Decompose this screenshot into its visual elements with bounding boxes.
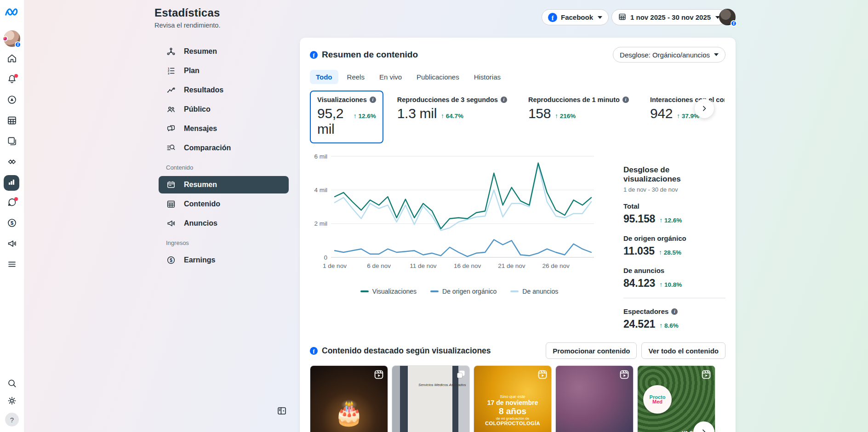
breakdown-value-row: 84.123↑ 10.8% (623, 277, 725, 290)
content-copy-rail-button[interactable] (4, 134, 20, 150)
breakdown-value-row: 11.035↑ 28.5% (623, 245, 725, 257)
metric-card-4[interactable]: Interacciones con el contenidoi942↑ 37.9… (643, 91, 725, 143)
content-type-tabs: TodoReelsEn vivoPublicacionesHistorias (310, 70, 725, 84)
boost-rail-button[interactable] (4, 92, 20, 109)
date-range-label: 1 nov 2025 - 30 nov 2025 (630, 13, 711, 21)
sidebar-item-resumen[interactable]: Resumen (159, 42, 289, 61)
svg-text:0: 0 (324, 254, 327, 261)
promote-content-button[interactable]: Promocionar contenido (546, 342, 637, 359)
monetization-rail-button[interactable]: $ (4, 216, 20, 232)
info-icon[interactable]: i (501, 97, 507, 103)
search-rail-button[interactable] (4, 376, 20, 392)
info-icon[interactable]: i (671, 308, 678, 315)
page-title: Estadísticas (154, 6, 220, 19)
sidebar-item-label: Contenido (184, 200, 220, 208)
content-thumbnail: Sino que este17 de noviembre8 añosde mi … (474, 366, 551, 432)
sidebar-item-label: Mensajes (184, 125, 217, 133)
breakdown-value: 24.521 (623, 318, 655, 330)
metric-card-2[interactable]: Reproducciones de 3 segundosi1.3 mil↑ 64… (390, 91, 514, 143)
info-icon[interactable]: i (370, 97, 376, 103)
metric-cards: Visualizacionesi95,2 mil↑ 12.6%Reproducc… (310, 91, 725, 143)
tab-todo[interactable]: Todo (310, 70, 338, 84)
content-card-2[interactable]: Servicios Médicos AsociadosMe siento muy… (392, 365, 470, 432)
metric-label: Reproducciones de 1 minuto (528, 96, 620, 103)
sidebar-item-anuncios[interactable]: Anuncios (159, 214, 289, 233)
partnerships-rail-button[interactable] (4, 154, 20, 171)
breakdown-dropdown[interactable]: Desglose: Orgánico/anuncios (613, 47, 725, 63)
content-card-3[interactable]: Sino que este17 de noviembre8 añosde mi … (474, 365, 552, 432)
info-icon[interactable]: i (622, 97, 629, 103)
breakdown-dropdown-label: Desglose: Orgánico/anuncios (620, 51, 710, 59)
metric-card-3[interactable]: Reproducciones de 1 minutoi158↑ 216% (521, 91, 636, 143)
inbox-rail-button[interactable] (4, 195, 20, 211)
business-avatar[interactable]: f (4, 30, 20, 47)
user-avatar[interactable]: f (719, 9, 736, 25)
planner-rail-button[interactable] (4, 113, 20, 130)
sidebar-item-label: Plan (184, 67, 200, 75)
breakdown-label: De origen orgánico (623, 234, 686, 242)
legend-item-3: De anuncios (510, 288, 558, 295)
date-range-selector[interactable]: 1 nov 2025 - 30 nov 2025 (611, 9, 726, 25)
view-all-content-button[interactable]: Ver todo el contenido (641, 342, 725, 359)
breakdown-delta: ↑ 10.8% (659, 281, 682, 288)
breakdown-row-espectadores: Espectadoresi24.521↑ 8.6% (623, 307, 725, 330)
up-arrow-icon: ↑ (441, 112, 444, 119)
facebook-icon: f (548, 13, 557, 22)
earnings-icon: $ (166, 255, 176, 265)
sidebar-item-mensajes[interactable]: Mensajes (159, 119, 289, 138)
sidebar-item-resumen[interactable]: Resumen (159, 176, 289, 193)
breakdown-label: Total (623, 202, 640, 210)
ads-megaphone-icon (166, 218, 176, 228)
instagram-badge-icon (2, 36, 8, 41)
tab-historias[interactable]: Historias (468, 70, 507, 84)
breakdown-value-row: 95.158↑ 12.6% (623, 213, 725, 225)
sidebar-item-plan[interactable]: 123Plan (159, 61, 289, 80)
carousel-icon (456, 369, 466, 381)
content-card-4[interactable]: Así como la convivenciaDespués de tantos… (555, 365, 634, 432)
breakdown-label-row: De origen orgánico (623, 234, 725, 242)
sign-line-2: Med (652, 399, 662, 404)
breakdown-label-row: De anuncios (623, 267, 725, 274)
settings-rail-button[interactable] (4, 393, 20, 410)
metric-card-1[interactable]: Visualizacionesi95,2 mil↑ 12.6% (310, 91, 383, 143)
sidebar-item-p-blico[interactable]: Público (159, 100, 289, 119)
thumbnail-overlay-text: Servicios Médicos Asociados (418, 383, 466, 387)
svg-text:11 de nov: 11 de nov (410, 262, 437, 269)
sidebar-item-contenido[interactable]: Contenido (159, 194, 289, 214)
platform-selector[interactable]: f Facebook (542, 9, 609, 25)
legend-label: Visualizaciones (372, 288, 417, 295)
legend-item-1: Visualizaciones (360, 288, 417, 295)
metric-value-row: 1.3 mil↑ 64.7% (397, 106, 507, 121)
notifications-rail-button[interactable] (4, 72, 20, 88)
breakdown-value-row: 24.521↑ 8.6% (623, 318, 725, 330)
sidebar-item-earnings[interactable]: $Earnings (159, 250, 289, 270)
tab-reels[interactable]: Reels (341, 70, 371, 84)
help-button[interactable]: ? (5, 413, 19, 426)
svg-text:21 de nov: 21 de nov (498, 262, 525, 269)
tab-en-vivo[interactable]: En vivo (373, 70, 408, 84)
proctomed-sign: ProctoMed (643, 385, 672, 414)
home-rail-button[interactable] (4, 51, 20, 68)
svg-text:1 de nov: 1 de nov (323, 262, 347, 269)
overview-icon (166, 46, 176, 57)
metric-label: Visualizaciones (317, 96, 367, 103)
legend-swatch (510, 290, 519, 293)
sidebar-item-resultados[interactable]: Resultados (159, 80, 289, 100)
tab-publicaciones[interactable]: Publicaciones (411, 70, 465, 84)
meta-logo[interactable] (5, 7, 19, 18)
ads-megaphone-rail-button[interactable] (4, 236, 20, 253)
collapse-sidebar-button[interactable] (274, 403, 290, 419)
facebook-badge-icon: f (731, 20, 737, 27)
chevron-down-icon (598, 16, 602, 19)
metric-delta: ↑ 12.6% (354, 112, 376, 119)
panel-date-range: 1 de nov - 30 de nov (623, 186, 725, 193)
sidebar-item-comparaci-n[interactable]: Comparación (159, 138, 289, 158)
metric-delta: ↑ 216% (555, 112, 576, 119)
metrics-scroll-right-button[interactable] (695, 99, 714, 118)
up-arrow-icon: ↑ (555, 112, 558, 119)
insights-rail-button[interactable] (4, 175, 19, 191)
all-tools-rail-button[interactable] (4, 257, 20, 273)
up-arrow-icon: ↑ (659, 249, 662, 256)
metric-value: 942 (650, 106, 673, 121)
content-card-1[interactable]: 🎂HAPPI birthay 35 🥳 🎂 🎉 🥳viernes, 14 de … (310, 365, 388, 432)
